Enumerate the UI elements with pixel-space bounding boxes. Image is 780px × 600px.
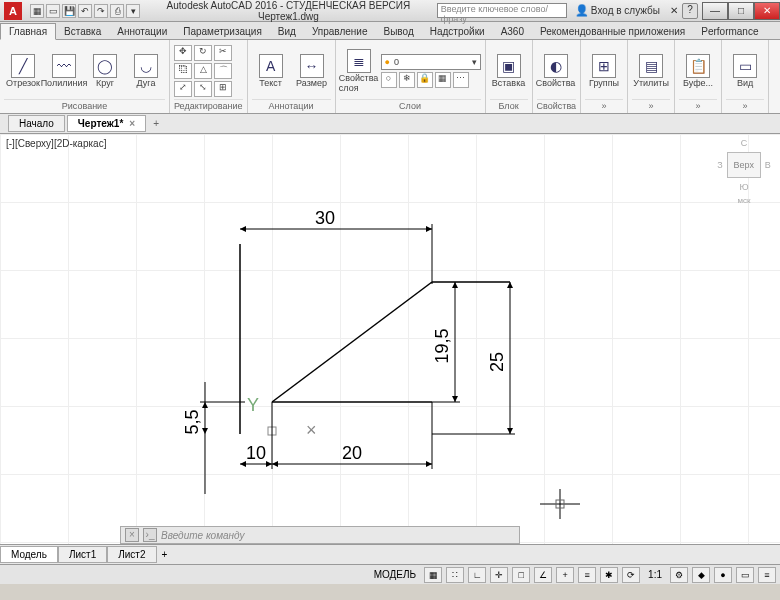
status-clean-icon[interactable]: ▭ (736, 567, 754, 583)
status-ann-icon[interactable]: ✱ (600, 567, 618, 583)
status-dyn-icon[interactable]: + (556, 567, 574, 583)
tool-polyline[interactable]: 〰Полилиния (45, 44, 83, 98)
maximize-button[interactable]: □ (728, 2, 754, 20)
tool-text[interactable]: AТекст (252, 44, 290, 98)
qat-print-icon[interactable]: ⎙ (110, 4, 124, 18)
trim-icon[interactable]: ✂ (214, 45, 232, 61)
qat-new-icon[interactable]: ▦ (30, 4, 44, 18)
tab-a360[interactable]: A360 (493, 24, 532, 39)
layout-add-button[interactable]: + (157, 549, 173, 560)
tool-arc[interactable]: ◡Дуга (127, 44, 165, 98)
command-line[interactable]: × ›_ Введите команду (120, 526, 520, 544)
modify-grid: ✥↻✂ ⿻△⌒ ⤢⤡⊞ (174, 45, 232, 97)
app-icon[interactable]: A (4, 2, 22, 20)
tool-groups[interactable]: ⊞Группы (585, 44, 623, 98)
tab-addins[interactable]: Надстройки (422, 24, 493, 39)
status-hw-icon[interactable]: ● (714, 567, 732, 583)
status-scale[interactable]: 1:1 (644, 569, 666, 580)
tool-view[interactable]: ▭Вид (726, 44, 764, 98)
group-modify-label[interactable]: Редактирование (174, 99, 243, 111)
search-input[interactable]: Введите ключевое слово/фразу (437, 3, 567, 18)
tab-insert[interactable]: Вставка (56, 24, 109, 39)
tool-layerprops[interactable]: ≣Свойства слоя (340, 44, 378, 98)
layout-tab-model[interactable]: Модель (0, 546, 58, 563)
status-iso-icon[interactable]: ◆ (692, 567, 710, 583)
scale-icon[interactable]: ⤡ (194, 81, 212, 97)
layout-tab-l1[interactable]: Лист1 (58, 546, 107, 563)
tool-utils[interactable]: ▤Утилиты (632, 44, 670, 98)
tab-featured[interactable]: Рекомендованные приложения (532, 24, 693, 39)
tab-output[interactable]: Вывод (376, 24, 422, 39)
tool-props[interactable]: ◐Свойства (537, 44, 575, 98)
qat-more-icon[interactable]: ▾ (126, 4, 140, 18)
tab-view[interactable]: Вид (270, 24, 304, 39)
status-osnap-icon[interactable]: □ (512, 567, 530, 583)
help-button[interactable]: ? (682, 3, 698, 19)
close-button[interactable]: ✕ (754, 2, 780, 20)
group-clip-label[interactable]: » (679, 99, 717, 111)
array-icon[interactable]: ⊞ (214, 81, 232, 97)
tab-annotate[interactable]: Аннотации (109, 24, 175, 39)
layer-off-icon[interactable]: ○ (381, 72, 397, 88)
status-snap-icon[interactable]: ∷ (446, 567, 464, 583)
group-draw-label[interactable]: Рисование (4, 99, 165, 111)
move-icon[interactable]: ✥ (174, 45, 192, 61)
rotate-icon[interactable]: ↻ (194, 45, 212, 61)
tool-clip[interactable]: 📋Буфе... (679, 44, 717, 98)
tab-home[interactable]: Главная (0, 23, 56, 40)
tab-performance[interactable]: Performance (693, 24, 766, 39)
layer-more-icon[interactable]: ⋯ (453, 72, 469, 88)
tool-line[interactable]: ╱Отрезок (4, 44, 42, 98)
drawing-area[interactable]: [-][Сверху][2D-каркас] С ЗВерхВ Ю мск × … (0, 134, 780, 564)
mirror-icon[interactable]: △ (194, 63, 212, 79)
group-block-label[interactable]: Блок (490, 99, 528, 111)
status-annscale-icon[interactable]: ⟳ (622, 567, 640, 583)
status-gear-icon[interactable]: ⚙ (670, 567, 688, 583)
qat-save-icon[interactable]: 💾 (62, 4, 76, 18)
dim-10: 10 (246, 443, 266, 463)
status-lwt-icon[interactable]: ≡ (578, 567, 596, 583)
group-groups-label[interactable]: » (585, 99, 623, 111)
login-link[interactable]: Вход в службы (591, 5, 660, 16)
group-utils-label[interactable]: » (632, 99, 670, 111)
status-model[interactable]: МОДЕЛЬ (370, 569, 420, 580)
group-layers-label[interactable]: Слои (340, 99, 481, 111)
doctab-start[interactable]: Начало (8, 115, 65, 132)
layer-color-icon[interactable]: ▦ (435, 72, 451, 88)
group-view-label[interactable]: » (726, 99, 764, 111)
text-icon: A (259, 54, 283, 78)
fillet-icon[interactable]: ⌒ (214, 63, 232, 79)
group-props-label[interactable]: Свойства (537, 99, 577, 111)
cmd-close-icon[interactable]: × (125, 528, 139, 542)
new-tab-button[interactable]: + (148, 118, 164, 129)
layer-lock-icon[interactable]: 🔒 (417, 72, 433, 88)
status-track-icon[interactable]: ∠ (534, 567, 552, 583)
layer-freeze-icon[interactable]: ❄ (399, 72, 415, 88)
status-ortho-icon[interactable]: ∟ (468, 567, 486, 583)
tool-dim[interactable]: ↔Размер (293, 44, 331, 98)
ribbon: ╱Отрезок 〰Полилиния ◯Круг ◡Дуга Рисовани… (0, 40, 780, 114)
group-annot-label[interactable]: Аннотации (252, 99, 331, 111)
login-user-icon[interactable]: 👤 (575, 4, 589, 17)
layout-tab-l2[interactable]: Лист2 (107, 546, 156, 563)
qat-open-icon[interactable]: ▭ (46, 4, 60, 18)
window-title: Autodesk AutoCAD 2016 - СТУДЕНЧЕСКАЯ ВЕР… (140, 0, 437, 22)
tab-manage[interactable]: Управление (304, 24, 376, 39)
qat-redo-icon[interactable]: ↷ (94, 4, 108, 18)
tab-parametric[interactable]: Параметризация (175, 24, 270, 39)
stretch-icon[interactable]: ⤢ (174, 81, 192, 97)
layer-combo[interactable]: ●0▾ (381, 54, 481, 70)
status-grid-icon[interactable]: ▦ (424, 567, 442, 583)
status-bar: МОДЕЛЬ ▦ ∷ ∟ ✛ □ ∠ + ≡ ✱ ⟳ 1:1 ⚙ ◆ ● ▭ ≡ (0, 564, 780, 584)
close-tab-icon[interactable]: × (129, 118, 135, 129)
qat-undo-icon[interactable]: ↶ (78, 4, 92, 18)
status-polar-icon[interactable]: ✛ (490, 567, 508, 583)
doctab-current[interactable]: Чертеж1*× (67, 115, 146, 132)
copy-icon[interactable]: ⿻ (174, 63, 192, 79)
minimize-button[interactable]: — (702, 2, 728, 20)
status-custom-icon[interactable]: ≡ (758, 567, 776, 583)
tool-circle[interactable]: ◯Круг (86, 44, 124, 98)
tool-insert[interactable]: ▣Вставка (490, 44, 528, 98)
cmd-prompt-icon[interactable]: ›_ (143, 528, 157, 542)
exchange-icon[interactable]: ✕ (670, 5, 678, 16)
